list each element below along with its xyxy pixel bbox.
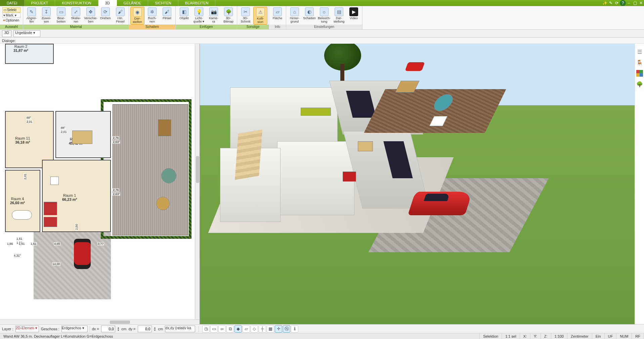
dimension-label: 1,51 (16, 237, 23, 240)
axis-icon[interactable]: ✛ (275, 325, 282, 333)
flaeche-button[interactable]: ▱Fläche (270, 7, 285, 21)
menu-tab-gelaende[interactable]: GELÄNDE (117, 0, 148, 6)
dxdy-mode-select[interactable]: dx,dy (relativ ka (165, 326, 195, 332)
snap-edge-icon[interactable]: ▱ (243, 325, 250, 333)
ribbon-group-label: Einstellungen (286, 25, 362, 29)
dimension-label: 2,50 (75, 224, 78, 230)
ribbon-group-label: Schatten (129, 25, 175, 29)
layer-label: Layer : (2, 327, 13, 331)
status-message: Wand AW 36,5 m. Deckenauflager L=Konstru… (0, 333, 480, 339)
options-button[interactable]: +Optionen (2, 18, 20, 23)
objekt-button[interactable]: ◧Objekt (177, 7, 191, 21)
scrollbar-vertical[interactable] (195, 44, 200, 324)
beleuchtung-button[interactable]: ☼Beleuch-tung (317, 7, 331, 24)
view-mode-select[interactable]: 3D (2, 30, 11, 37)
menu-tab-3d[interactable]: 3D (98, 0, 117, 6)
dimension-label: 14,00 (52, 262, 60, 266)
lichtquelle-button[interactable]: 💡Licht-quelle ▾ (192, 7, 206, 24)
bearbeiten-button[interactable]: ▭Bear-beiten (54, 7, 68, 24)
select-mode-button[interactable]: ▭ Selekt (2, 7, 20, 12)
snap-endpoint-icon[interactable]: ◆ (234, 325, 242, 333)
zuweisen-button[interactable]: ↧Zuwei-sen (39, 7, 53, 24)
drehen-button[interactable]: ⟳Drehen (98, 7, 113, 21)
menu-tab-datei[interactable]: DATEI (0, 0, 25, 6)
room-label: Raum 426,60 m² (10, 197, 25, 205)
menu-tab-projekt[interactable]: PROJEKT (25, 0, 55, 6)
menu-bar: DATEI PROJEKT KONSTRUKTION 3D GELÄNDE SI… (0, 0, 644, 6)
scrollbar-horizontal[interactable] (0, 319, 200, 324)
dimension-label: 1,66 (7, 242, 13, 246)
north-icon[interactable]: Ⓝ (283, 325, 290, 333)
menu-tab-bearbeiten[interactable]: BEARBEITEN (178, 0, 216, 6)
ribbon-group-einstellungen: ⌂Hinter-grund ◐Schatten ☼Beleuch-tung ▤D… (286, 6, 362, 29)
menu-tab-sichten[interactable]: SICHTEN (148, 0, 178, 6)
dimension-label: 2,76 (113, 188, 119, 192)
skalieren-button[interactable]: ⤢Skalie-ren (69, 7, 83, 24)
info-icon[interactable]: ℹ (291, 325, 298, 333)
status-scale: 1:100 (551, 333, 568, 339)
room-label: Raum 231,87 m² (13, 44, 28, 52)
main-workspace: Raum 231,87 m² Raum 1136,18 m² Raum 345,… (0, 44, 644, 324)
status-unit: Zentimeter (567, 333, 592, 339)
3d-viewport[interactable]: ☰ 🪑 🌳 (200, 44, 644, 324)
restore-window-icon[interactable]: ▢ (632, 0, 638, 6)
pencil-icon[interactable]: ✎ (608, 0, 614, 6)
menu-tab-konstruktion[interactable]: KONSTRUKTION (55, 0, 98, 6)
dimension-label: 3,77 (97, 242, 104, 246)
minimize-window-icon[interactable]: ‒ (626, 0, 632, 6)
dx-input[interactable] (101, 326, 115, 332)
status-sel-count: 1:1 sel (502, 333, 520, 339)
terrain-select[interactable]: Urgelände ▾ (13, 30, 40, 37)
ortho-icon[interactable]: ┼ (259, 325, 266, 333)
wand-icon[interactable]: ✨ (602, 0, 608, 6)
refresh-icon[interactable]: ⟳ (614, 0, 620, 6)
link-icon[interactable]: ∞ (218, 325, 226, 333)
room-label: Raum 1136,18 m² (15, 136, 30, 144)
darstellen-button[interactable]: ◉Dar-stellen (130, 7, 144, 25)
palette-icon[interactable] (636, 70, 643, 77)
magnet-icon[interactable]: ⧉ (226, 325, 234, 333)
abgreifen-button[interactable]: ✎Abgrei-fen (25, 7, 39, 24)
hin-pinsel-button[interactable]: 🖌Hin.Pinsel (113, 7, 127, 24)
3d-bitmap-button[interactable]: 🌳3D-Bitmap (221, 7, 235, 24)
kollision-button[interactable]: ⚠Kolli-sion (253, 7, 267, 25)
dimension-label: 2,01 (24, 173, 27, 180)
schatten-einst-button[interactable]: ◐Schatten (302, 7, 316, 21)
furniture-icon[interactable]: 🪑 (636, 59, 643, 66)
dimension-label: 1,51 (18, 242, 25, 246)
ribbon-group-auswahl: ▭ Selekt ▾ Mark. ▾ +Optionen Auswahl (0, 6, 23, 29)
mark-mode-button[interactable]: ▾ Mark. ▾ (2, 13, 20, 18)
grid-icon[interactable]: ▦ (267, 325, 274, 333)
floor-select[interactable]: Erdgeschos ▾ (61, 326, 88, 332)
3d-schnitt-button[interactable]: ✂3D-Schnitt (239, 7, 253, 24)
rechnen-button[interactable]: ✲Rech-nen (145, 7, 159, 24)
pinsel-button[interactable]: 🖌Pinsel (160, 7, 174, 21)
verschieben-button[interactable]: ✥Verschie-ben (84, 7, 98, 24)
dy-label: dy = (128, 327, 135, 331)
right-tool-gutter: ☰ 🪑 🌳 (635, 44, 644, 324)
ribbon-group-label: Einfügen (176, 25, 237, 29)
tree-3d (324, 44, 361, 81)
dx-stepper[interactable]: ▲▼ (117, 327, 120, 331)
darstellung-button[interactable]: ▤Dar-stellung (332, 7, 346, 24)
kamera-button[interactable]: 📷Kame-ra (207, 7, 221, 24)
hintergrund-button[interactable]: ⌂Hinter-grund (288, 7, 302, 24)
dimension-label: 4,31° (13, 254, 21, 257)
layers-icon[interactable]: ☰ (636, 48, 643, 55)
snap-face-icon[interactable]: ◇ (251, 325, 258, 333)
tree-icon[interactable]: 🌳 (636, 81, 643, 87)
ribbon: ▭ Selekt ▾ Mark. ▾ +Optionen Auswahl ✎Ab… (0, 6, 644, 30)
monitor-icon[interactable]: ▭ (210, 325, 218, 333)
status-flag-rf: RF (632, 333, 644, 339)
dy-input[interactable] (138, 326, 152, 332)
clock-icon[interactable]: ◷ (202, 325, 210, 333)
unit-label: cm (158, 327, 163, 331)
video-button[interactable]: ▶Video (347, 7, 361, 21)
dy-stepper[interactable]: ▲▼ (154, 327, 156, 331)
layer-select[interactable]: 2D-Elemen ▾ (15, 326, 39, 332)
help-icon[interactable]: ? (620, 0, 626, 6)
ribbon-group-sonstige: ✂3D-Schnitt ⚠Kolli-sion Sonstige (237, 6, 269, 29)
2d-plan-viewport[interactable]: Raum 231,87 m² Raum 1136,18 m² Raum 345,… (0, 44, 200, 324)
close-window-icon[interactable]: ✕ (638, 0, 644, 6)
ribbon-group-label: Material (23, 25, 129, 29)
